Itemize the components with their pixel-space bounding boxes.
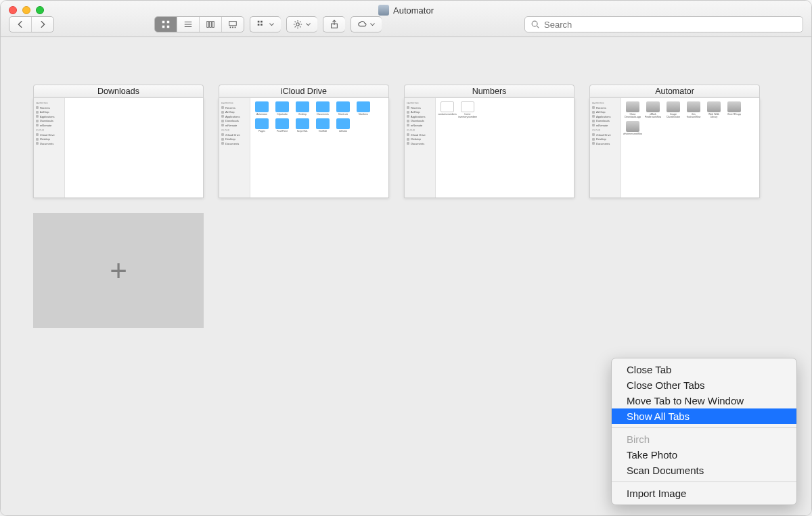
svg-rect-8 xyxy=(230,27,231,28)
menu-item[interactable]: Import Image xyxy=(612,486,796,501)
mini-main: contacts.numbershome inventory.numbers xyxy=(436,98,574,197)
share-icon xyxy=(330,20,339,29)
plus-icon: + xyxy=(110,254,127,287)
tab-preview: FAVORITESRecentsAirDropApplicationsDownl… xyxy=(219,98,389,198)
view-icon-button[interactable] xyxy=(155,17,177,32)
chevron-down-icon xyxy=(269,20,275,29)
svg-rect-14 xyxy=(261,24,263,26)
search-input[interactable] xyxy=(544,20,797,30)
chevron-down-icon xyxy=(369,20,376,29)
svg-rect-13 xyxy=(258,24,260,26)
mini-main: Close Downloads.appeMark Finder.workflow… xyxy=(621,98,759,197)
menu-item[interactable]: Scan Documents xyxy=(612,463,796,478)
tags-button[interactable] xyxy=(351,16,382,32)
window-title: Automator xyxy=(378,5,434,16)
menu-separator xyxy=(612,482,796,482)
chevron-down-icon xyxy=(305,20,311,29)
traffic-lights xyxy=(9,6,44,14)
tab-preview: FAVORITESRecentsAirDropApplicationsDownl… xyxy=(33,98,204,198)
tab-thumbnail-numbers[interactable]: Numbers FAVORITESRecentsAirDropApplicati… xyxy=(404,85,574,198)
svg-rect-1 xyxy=(167,21,170,24)
gear-icon xyxy=(293,20,302,29)
svg-rect-3 xyxy=(167,26,170,28)
view-mode-buttons xyxy=(154,16,244,32)
tab-title: Automator xyxy=(589,85,760,98)
menu-item[interactable]: Take Photo xyxy=(612,447,796,463)
tab-preview: FAVORITESRecentsAirDropApplicationsDownl… xyxy=(404,98,574,198)
tab-preview: FAVORITESRecentsAirDropApplicationsDownl… xyxy=(589,98,760,198)
back-button[interactable] xyxy=(9,17,32,32)
toolbar xyxy=(9,16,803,32)
tab-title: Numbers xyxy=(404,85,574,98)
chevron-right-icon xyxy=(38,20,47,29)
view-list-button[interactable] xyxy=(177,17,200,32)
tab-title: iCloud Drive xyxy=(219,85,389,98)
window-title-text: Automator xyxy=(393,5,434,16)
nav-buttons xyxy=(9,16,54,32)
mini-sidebar: FAVORITESRecentsAirDropApplicationsDownl… xyxy=(219,98,250,197)
grid-small-icon xyxy=(256,20,266,29)
mini-sidebar: FAVORITESRecentsAirDropApplicationsDownl… xyxy=(405,98,436,197)
view-column-button[interactable] xyxy=(200,17,222,32)
tab-thumbnail-icloud-drive[interactable]: iCloud Drive FAVORITESRecentsAirDropAppl… xyxy=(219,85,389,198)
svg-rect-4 xyxy=(207,22,209,28)
menu-item[interactable]: Close Tab xyxy=(612,362,796,377)
tab-grid: Downloads FAVORITESRecentsAirDropApplica… xyxy=(33,85,779,328)
svg-point-17 xyxy=(532,21,537,26)
svg-rect-12 xyxy=(261,21,263,23)
menu-item[interactable]: Show All Tabs xyxy=(612,408,796,424)
tab-title: Downloads xyxy=(33,85,204,98)
menu-item[interactable]: Move Tab to New Window xyxy=(612,393,796,408)
context-menu: Close TabClose Other TabsMove Tab to New… xyxy=(611,358,797,505)
menu-item[interactable]: Close Other Tabs xyxy=(612,377,796,393)
list-icon xyxy=(183,20,193,29)
svg-rect-5 xyxy=(210,22,212,28)
svg-rect-11 xyxy=(258,21,260,23)
tab-thumbnail-downloads[interactable]: Downloads FAVORITESRecentsAirDropApplica… xyxy=(33,85,204,198)
grid-icon xyxy=(161,20,171,29)
group-by-button[interactable] xyxy=(250,16,281,32)
close-window-button[interactable] xyxy=(9,6,17,14)
mini-main: AutomatorClipstudioDesktopDocumentsShort… xyxy=(250,98,388,197)
mini-sidebar: FAVORITESRecentsAirDropApplicationsDownl… xyxy=(34,98,65,197)
menu-item: Birch xyxy=(612,431,796,447)
svg-rect-6 xyxy=(212,22,215,28)
svg-rect-10 xyxy=(235,27,236,28)
view-gallery-button[interactable] xyxy=(222,17,244,32)
search-field[interactable] xyxy=(524,16,803,32)
search-icon xyxy=(531,20,540,29)
columns-icon xyxy=(206,20,215,29)
forward-button[interactable] xyxy=(32,17,53,32)
share-button[interactable] xyxy=(323,16,345,32)
mini-main xyxy=(65,98,203,197)
svg-rect-2 xyxy=(162,26,165,28)
mini-sidebar: FAVORITESRecentsAirDropApplicationsDownl… xyxy=(590,98,621,197)
action-button[interactable] xyxy=(286,16,317,32)
svg-rect-7 xyxy=(229,22,237,26)
cloud-icon xyxy=(357,20,367,29)
svg-point-15 xyxy=(296,23,299,26)
chevron-left-icon xyxy=(16,20,25,29)
automator-icon xyxy=(378,5,389,16)
menu-separator xyxy=(612,427,796,428)
titlebar: Automator xyxy=(1,1,811,37)
svg-rect-9 xyxy=(232,27,233,28)
minimize-window-button[interactable] xyxy=(22,6,30,14)
zoom-window-button[interactable] xyxy=(36,6,44,14)
gallery-icon xyxy=(228,20,238,29)
new-tab-button[interactable]: + xyxy=(33,213,204,328)
tab-thumbnail-automator[interactable]: Automator FAVORITESRecentsAirDropApplica… xyxy=(589,85,760,198)
svg-rect-0 xyxy=(162,21,165,24)
